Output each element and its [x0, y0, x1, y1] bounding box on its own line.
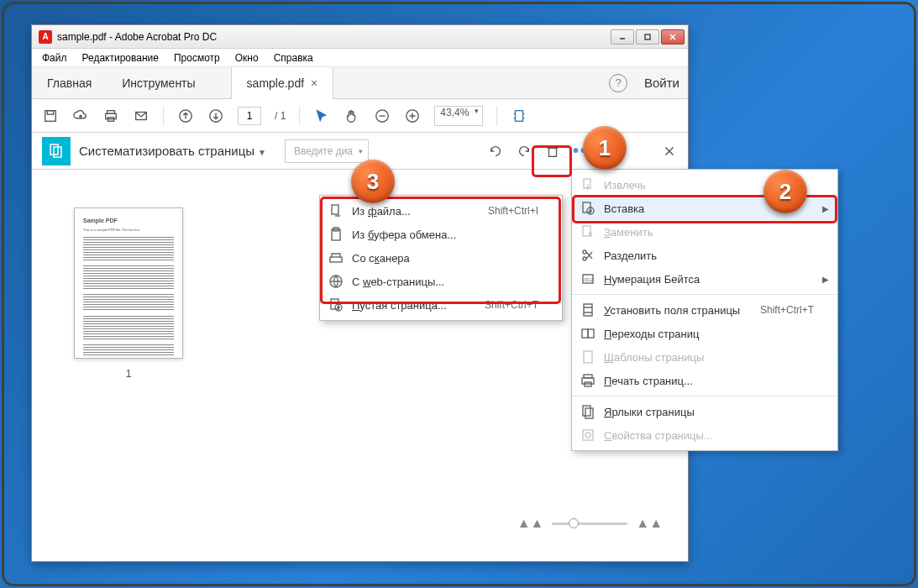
thumb-doc-title: Sample PDF — [83, 217, 174, 224]
menu-replace: ЗЗаменитьаменить — [572, 220, 837, 244]
thumbnail-zoom-slider[interactable]: ▲▲ ▲▲ — [517, 516, 663, 531]
menu-view[interactable]: Просмотр — [167, 50, 227, 66]
fit-page-icon[interactable] — [511, 108, 527, 124]
submenu-from-web[interactable]: С web-страницы... — [320, 270, 562, 293]
minimize-button[interactable] — [611, 29, 634, 45]
zoom-out-icon[interactable] — [374, 108, 391, 124]
insert-icon — [580, 201, 595, 216]
help-icon[interactable]: ? — [609, 74, 627, 92]
login-link[interactable]: Войти — [644, 76, 679, 90]
acrobat-icon: A — [39, 30, 52, 44]
save-icon[interactable] — [42, 108, 59, 124]
extract-icon — [580, 177, 595, 192]
menu-page-properties: Свойства страницы... — [572, 423, 837, 447]
svg-rect-33 — [584, 304, 592, 316]
organize-pages-dropdown[interactable]: Систематизировать страницы▼ — [79, 144, 266, 158]
title-bar: A sample.pdf - Adobe Acrobat Pro DC — [32, 25, 688, 49]
window-control-group — [611, 29, 685, 45]
menu-transitions[interactable]: Переходы страниц — [572, 322, 837, 345]
menu-bates[interactable]: 012 Нумерация Бейтса ▶ — [572, 267, 837, 291]
menu-split[interactable]: Разделить — [572, 244, 837, 267]
properties-icon — [580, 428, 595, 443]
rotate-cw-icon[interactable] — [516, 143, 532, 160]
replace-icon — [580, 224, 595, 239]
transitions-icon — [580, 326, 595, 341]
menu-print-pages[interactable]: Печать страниц... — [572, 369, 837, 392]
close-button[interactable] — [661, 29, 685, 45]
tab-row: Главная Инструменты sample.pdf × ? Войти — [32, 67, 688, 99]
hand-tool-icon[interactable] — [344, 108, 360, 124]
split-icon — [580, 248, 595, 263]
svg-rect-28 — [583, 226, 590, 236]
templates-icon — [580, 349, 595, 365]
submenu-from-file[interactable]: Из файла... Shift+Ctrl+I — [320, 199, 562, 223]
blank-page-icon — [328, 297, 344, 312]
insert-submenu: Из файла... Shift+Ctrl+I Из буфера обмен… — [319, 195, 563, 321]
maximize-button[interactable] — [636, 29, 659, 45]
email-icon[interactable] — [133, 108, 150, 124]
page-total: / 1 — [275, 110, 286, 122]
menu-window[interactable]: Окно — [228, 50, 265, 66]
zoom-in-icon[interactable] — [404, 108, 421, 124]
submenu-blank-page[interactable]: Пустая страница... Shift+Ctrl+T — [320, 293, 562, 317]
select-tool-icon[interactable] — [313, 108, 330, 124]
zoom-small-icon: ▲▲ — [517, 516, 544, 531]
print-icon[interactable] — [102, 108, 119, 124]
menu-help[interactable]: Справка — [267, 50, 320, 66]
submenu-arrow-icon: ▶ — [822, 204, 829, 213]
svg-rect-23 — [584, 179, 590, 188]
tab-document-label: sample.pdf — [247, 76, 304, 90]
main-toolbar: / 1 43,4%▾ — [32, 99, 688, 133]
tab-home[interactable]: Главная — [32, 67, 107, 99]
close-panel-icon[interactable] — [661, 143, 678, 160]
tab-close-icon[interactable]: × — [311, 76, 317, 90]
svg-point-30 — [583, 257, 586, 260]
menu-edit[interactable]: Редактирование — [76, 50, 165, 66]
svg-rect-38 — [582, 378, 594, 384]
thumb-doc-sub: This is a sample PDF file. Fun fun fun. — [83, 228, 174, 232]
clipboard-icon — [328, 227, 344, 242]
more-options-menu: Извлечь Вставка ▶ ЗЗаменитьаменить Разде… — [571, 169, 838, 451]
cloud-upload-icon[interactable] — [72, 108, 89, 124]
svg-rect-5 — [47, 110, 53, 114]
prev-page-icon[interactable] — [177, 108, 194, 124]
svg-rect-7 — [106, 113, 117, 118]
tab-tools[interactable]: Инструменты — [107, 67, 210, 99]
menu-templates: Шаблоны страницы — [572, 345, 837, 369]
svg-rect-36 — [584, 351, 592, 363]
svg-text:012: 012 — [585, 277, 594, 282]
from-file-icon — [328, 203, 344, 218]
menu-separator — [572, 294, 837, 295]
svg-rect-41 — [585, 408, 593, 418]
toolbar-separator — [163, 106, 164, 126]
zoom-select[interactable]: 43,4%▾ — [434, 106, 483, 126]
toolbar-separator — [299, 106, 300, 126]
menu-separator — [572, 396, 837, 396]
delete-page-icon[interactable] — [544, 143, 561, 160]
svg-rect-20 — [548, 148, 556, 156]
zoom-large-icon: ▲▲ — [636, 516, 663, 531]
submenu-from-scanner[interactable]: Со сканера — [320, 246, 562, 270]
menu-page-labels[interactable]: Ярлыки страницы — [572, 400, 837, 423]
next-page-icon[interactable] — [207, 108, 224, 124]
svg-rect-17 — [516, 110, 523, 121]
svg-rect-4 — [45, 110, 56, 121]
page-thumbnail[interactable]: Sample PDF This is a sample PDF file. Fu… — [74, 207, 183, 380]
page-range-input[interactable]: Введите диапазон страниц — [285, 139, 369, 163]
tab-document[interactable]: sample.pdf × — [231, 67, 334, 99]
badge-3: 3 — [351, 160, 395, 203]
menu-bar: Файл Редактирование Просмотр Окно Справк… — [32, 49, 688, 67]
menu-file[interactable]: Файл — [35, 50, 74, 66]
svg-rect-40 — [583, 406, 590, 416]
submenu-from-clipboard[interactable]: Из буфера обмена... — [320, 223, 562, 246]
labels-icon — [580, 404, 595, 419]
menu-set-boxes[interactable]: Установить поля страницы Shift+Ctrl+T — [572, 298, 837, 322]
svg-rect-35 — [588, 329, 594, 338]
window-title: sample.pdf - Adobe Acrobat Pro DC — [57, 31, 217, 43]
svg-rect-44 — [332, 205, 338, 214]
svg-point-43 — [585, 433, 590, 438]
page-number-input[interactable] — [238, 107, 261, 125]
rotate-ccw-icon[interactable] — [487, 143, 504, 160]
badge-1: 1 — [583, 126, 627, 170]
toolbar-separator — [496, 106, 497, 126]
